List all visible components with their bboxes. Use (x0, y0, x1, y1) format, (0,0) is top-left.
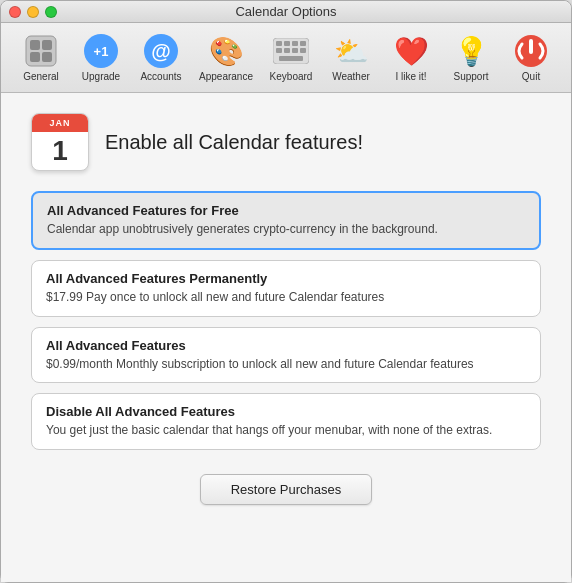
close-button[interactable] (9, 6, 21, 18)
restore-purchases-button[interactable]: Restore Purchases (200, 474, 373, 505)
page-header: JAN 1 Enable all Calendar features! (31, 113, 541, 171)
toolbar-item-accounts[interactable]: @ Accounts (131, 29, 191, 86)
option-card-free[interactable]: All Advanced Features for Free Calendar … (31, 191, 541, 250)
svg-rect-12 (292, 48, 298, 53)
appearance-icon: 🎨 (208, 33, 244, 69)
keyboard-label: Keyboard (270, 71, 313, 82)
option-card-disable[interactable]: Disable All Advanced Features You get ju… (31, 393, 541, 450)
svg-rect-1 (30, 40, 40, 50)
general-icon (23, 33, 59, 69)
general-label: General (23, 71, 59, 82)
minimize-button[interactable] (27, 6, 39, 18)
support-icon: 💡 (453, 33, 489, 69)
upgrade-label: Upgrade (82, 71, 120, 82)
svg-rect-11 (284, 48, 290, 53)
toolbar-item-quit[interactable]: Quit (501, 29, 561, 86)
option-free-desc: Calendar app unobtrusively generates cry… (47, 221, 525, 238)
appearance-label: Appearance (199, 71, 253, 82)
toolbar-item-general[interactable]: General (11, 29, 71, 86)
option-permanent-desc: $17.99 Pay once to unlock all new and fu… (46, 289, 526, 306)
toolbar-item-weather[interactable]: ⛅ Weather (321, 29, 381, 86)
svg-rect-6 (276, 41, 282, 46)
traffic-lights (9, 6, 57, 18)
svg-rect-13 (300, 48, 306, 53)
weather-label: Weather (332, 71, 370, 82)
svg-rect-7 (284, 41, 290, 46)
quit-label: Quit (522, 71, 540, 82)
content-area: JAN 1 Enable all Calendar features! All … (1, 93, 571, 582)
ilike-icon: ❤️ (393, 33, 429, 69)
option-disable-desc: You get just the basic calendar that han… (46, 422, 526, 439)
accounts-label: Accounts (140, 71, 181, 82)
calendar-month: JAN (32, 114, 88, 132)
svg-rect-0 (26, 36, 56, 66)
toolbar-item-upgrade[interactable]: +1 Upgrade (71, 29, 131, 86)
toolbar-item-keyboard[interactable]: Keyboard (261, 29, 321, 86)
svg-rect-10 (276, 48, 282, 53)
weather-icon: ⛅ (333, 33, 369, 69)
calendar-day: 1 (32, 132, 88, 170)
svg-rect-3 (30, 52, 40, 62)
ilike-label: I like it! (395, 71, 426, 82)
svg-rect-14 (279, 56, 303, 61)
svg-rect-16 (529, 39, 533, 54)
svg-rect-4 (42, 52, 52, 62)
accounts-icon: @ (143, 33, 179, 69)
toolbar-item-ilike[interactable]: ❤️ I like it! (381, 29, 441, 86)
calendar-icon: JAN 1 (31, 113, 89, 171)
option-subscription-desc: $0.99/month Monthly subscription to unlo… (46, 356, 526, 373)
maximize-button[interactable] (45, 6, 57, 18)
page-title: Enable all Calendar features! (105, 131, 363, 154)
title-bar: Calendar Options (1, 1, 571, 23)
option-permanent-title: All Advanced Features Permanently (46, 271, 526, 286)
main-window: Calendar Options General +1 Upgrade (0, 0, 572, 583)
option-card-permanent[interactable]: All Advanced Features Permanently $17.99… (31, 260, 541, 317)
keyboard-icon (273, 33, 309, 69)
toolbar-item-support[interactable]: 💡 Support (441, 29, 501, 86)
option-disable-title: Disable All Advanced Features (46, 404, 526, 419)
option-free-title: All Advanced Features for Free (47, 203, 525, 218)
quit-icon (513, 33, 549, 69)
svg-rect-2 (42, 40, 52, 50)
svg-rect-8 (292, 41, 298, 46)
toolbar-item-appearance[interactable]: 🎨 Appearance (191, 29, 261, 86)
option-subscription-title: All Advanced Features (46, 338, 526, 353)
svg-rect-9 (300, 41, 306, 46)
toolbar: General +1 Upgrade @ Accounts 🎨 Appearan… (1, 23, 571, 93)
support-label: Support (453, 71, 488, 82)
upgrade-icon: +1 (83, 33, 119, 69)
option-card-subscription[interactable]: All Advanced Features $0.99/month Monthl… (31, 327, 541, 384)
footer: Restore Purchases (31, 460, 541, 525)
window-title: Calendar Options (235, 4, 336, 19)
